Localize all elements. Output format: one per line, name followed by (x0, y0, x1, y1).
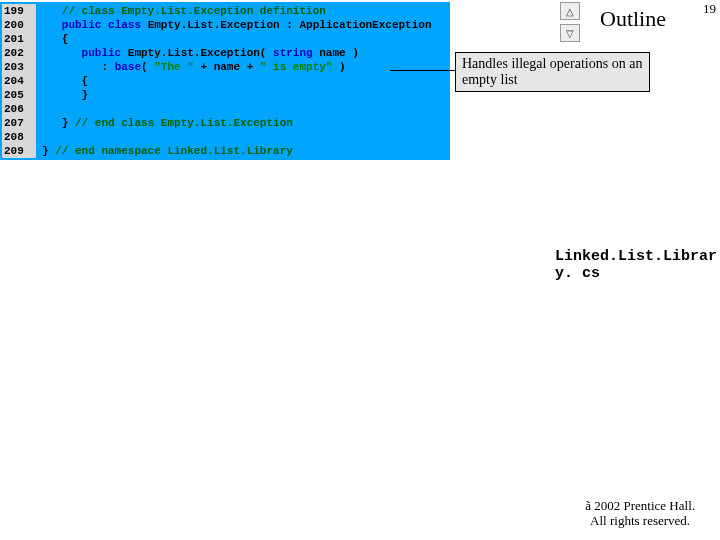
line-number: 203 (2, 60, 36, 74)
nav-arrows: △ ▽ (560, 2, 580, 42)
line-number: 204 (2, 74, 36, 88)
line-number: 199 (2, 4, 36, 18)
line-number: 205 (2, 88, 36, 102)
code-line: 203 : base( "The " + name + " is empty" … (2, 60, 448, 74)
line-number: 201 (2, 32, 36, 46)
code-line: 206 (2, 102, 448, 116)
code-line: 202 public Empty.List.Exception( string … (2, 46, 448, 60)
copyright-notice: ã 2002 Prentice Hall. All rights reserve… (585, 498, 695, 528)
line-number: 202 (2, 46, 36, 60)
line-number: 207 (2, 116, 36, 130)
nav-up-button[interactable]: △ (560, 2, 580, 20)
outline-title: Outline (600, 6, 666, 32)
code-line: 204 { (2, 74, 448, 88)
callout-box: Handles illegal operations on an empty l… (455, 52, 650, 92)
file-name-label: Linked.List.Librar y. cs (555, 248, 715, 282)
code-line: 201 { (2, 32, 448, 46)
code-text: } // end class Empty.List.Exception (36, 116, 293, 130)
copyright-line-2: All rights reserved. (585, 513, 695, 528)
code-text: } (36, 88, 88, 102)
code-block: 199 // class Empty.List.Exception defini… (0, 2, 450, 160)
code-text (36, 130, 42, 144)
line-number: 208 (2, 130, 36, 144)
callout-leader-line (390, 70, 455, 71)
code-text (36, 102, 42, 116)
code-line: 200 public class Empty.List.Exception : … (2, 18, 448, 32)
code-text: { (36, 74, 88, 88)
line-number: 200 (2, 18, 36, 32)
code-text: public class Empty.List.Exception : Appl… (36, 18, 432, 32)
code-line: 207 } // end class Empty.List.Exception (2, 116, 448, 130)
code-text: public Empty.List.Exception( string name… (36, 46, 359, 60)
code-text: } // end namespace Linked.List.Library (36, 144, 293, 158)
code-line: 208 (2, 130, 448, 144)
code-line: 209} // end namespace Linked.List.Librar… (2, 144, 448, 158)
line-number: 209 (2, 144, 36, 158)
nav-down-button[interactable]: ▽ (560, 24, 580, 42)
code-line: 205 } (2, 88, 448, 102)
code-line: 199 // class Empty.List.Exception defini… (2, 4, 448, 18)
copyright-line-1: ã 2002 Prentice Hall. (585, 498, 695, 513)
code-text: { (36, 32, 68, 46)
page-number: 19 (703, 1, 716, 17)
line-number: 206 (2, 102, 36, 116)
code-text: // class Empty.List.Exception definition (36, 4, 326, 18)
code-text: : base( "The " + name + " is empty" ) (36, 60, 346, 74)
